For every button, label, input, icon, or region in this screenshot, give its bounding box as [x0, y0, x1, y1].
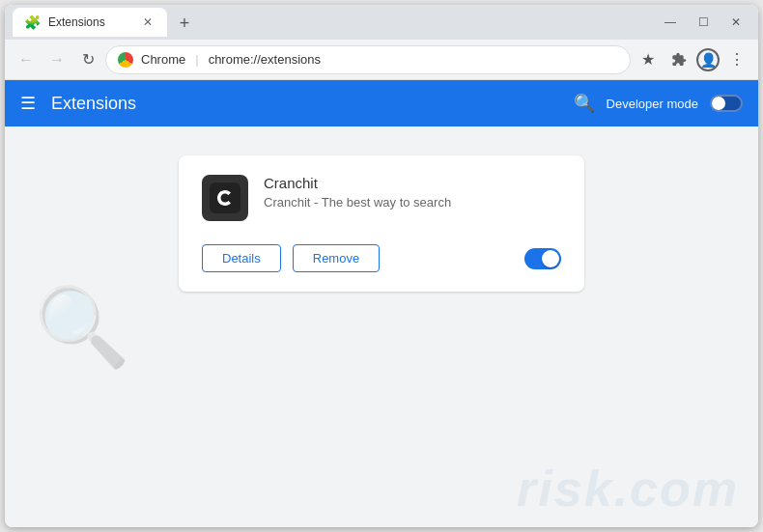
extension-toggle[interactable]	[524, 248, 561, 269]
tab-label: Extensions	[48, 15, 105, 29]
address-text: chrome://extensions	[209, 52, 321, 67]
minimize-button[interactable]: —	[656, 11, 685, 34]
extension-icon	[202, 175, 248, 221]
tab-close-button[interactable]: ✕	[140, 14, 155, 30]
extension-toggle-knob	[542, 250, 559, 267]
chrome-label: Chrome	[141, 52, 185, 67]
card-top: Cranchit Cranchit - The best way to sear…	[202, 175, 561, 221]
extension-card: Cranchit Cranchit - The best way to sear…	[179, 155, 584, 292]
extension-info: Cranchit Cranchit - The best way to sear…	[264, 175, 561, 210]
address-bar[interactable]: Chrome | chrome://extensions	[105, 45, 631, 74]
extension-name: Cranchit	[264, 175, 561, 191]
hamburger-menu-button[interactable]: ☰	[20, 93, 36, 114]
details-button[interactable]: Details	[202, 244, 281, 272]
maximize-button[interactable]: ☐	[689, 11, 718, 34]
window-controls: — ☐ ✕	[656, 11, 750, 34]
browser-window: 🧩 Extensions ✕ + — ☐ ✕ ← → ↻ Chro	[5, 5, 758, 527]
svg-rect-0	[210, 182, 240, 213]
extension-tab-icon: 🧩	[24, 14, 41, 30]
nav-right-buttons: ★ 👤 ⋮	[635, 46, 750, 73]
search-button[interactable]: 🔍	[574, 93, 595, 114]
tab-bar: 🧩 Extensions ✕ +	[13, 8, 656, 37]
card-bottom: Details Remove	[202, 244, 561, 272]
remove-button[interactable]: Remove	[293, 244, 380, 272]
developer-mode-toggle[interactable]	[710, 95, 743, 112]
account-button[interactable]: 👤	[696, 48, 720, 71]
address-divider: |	[195, 52, 198, 67]
forward-button[interactable]: →	[43, 46, 71, 73]
reload-button[interactable]: ↻	[74, 46, 101, 73]
extensions-header: ☰ Extensions 🔍 Developer mode	[5, 80, 758, 126]
watermark: risk.com	[517, 460, 739, 518]
extensions-icon-button[interactable]	[665, 46, 692, 73]
extension-description: Cranchit - The best way to search	[264, 195, 561, 210]
watermark-magnifier: 🔍	[34, 282, 130, 373]
extensions-title: Extensions	[51, 94, 558, 114]
toggle-knob	[712, 97, 725, 110]
bookmark-button[interactable]: ★	[635, 46, 662, 73]
menu-button[interactable]: ⋮	[723, 46, 750, 73]
chrome-icon	[118, 52, 133, 68]
title-bar: 🧩 Extensions ✕ + — ☐ ✕	[5, 5, 758, 40]
close-button[interactable]: ✕	[721, 11, 750, 34]
new-tab-button[interactable]: +	[171, 10, 198, 37]
back-button[interactable]: ←	[13, 46, 40, 73]
header-right: 🔍 Developer mode	[574, 93, 743, 114]
dev-mode-label: Developer mode	[607, 97, 698, 111]
main-content: 🔍 risk.com Cranchit Cranchit - The best …	[5, 126, 758, 527]
navigation-bar: ← → ↻ Chrome | chrome://extensions ★ 👤 ⋮	[5, 40, 758, 80]
active-tab[interactable]: 🧩 Extensions ✕	[13, 8, 167, 37]
